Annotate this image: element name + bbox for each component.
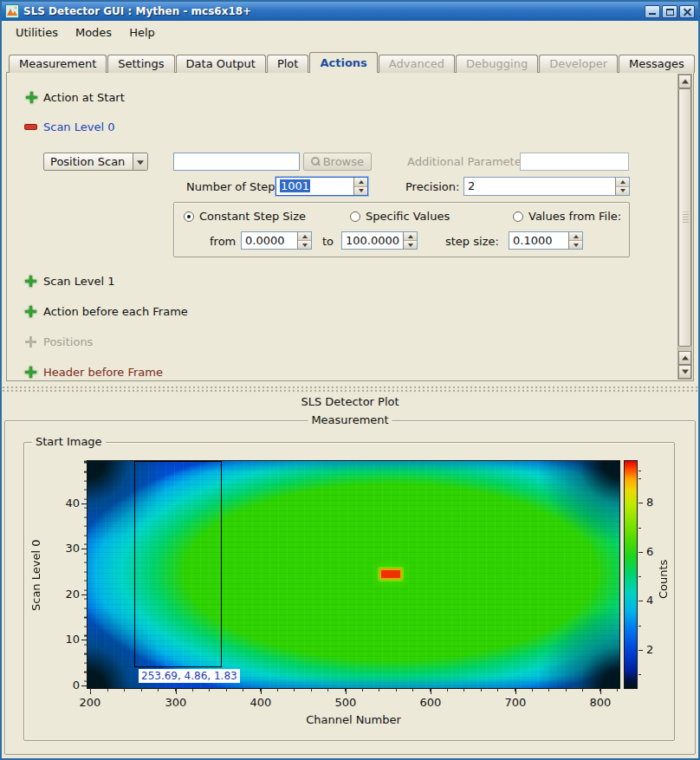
spin-up-icon[interactable] bbox=[354, 178, 367, 186]
menu-help[interactable]: Help bbox=[120, 23, 164, 42]
x-minor-ticks bbox=[87, 689, 620, 692]
heatmap-canvas[interactable]: 253.69, 4.86, 1.83 bbox=[87, 460, 620, 689]
colorbar-tick-label: 2 bbox=[646, 643, 653, 656]
plot-section-title: SLS Detector Plot bbox=[2, 395, 698, 408]
x-tick-label: 600 bbox=[413, 696, 448, 709]
minimize-button[interactable] bbox=[645, 5, 660, 18]
splitter-handle[interactable] bbox=[2, 386, 698, 393]
maximize-button[interactable] bbox=[662, 5, 677, 18]
scroll-up-icon[interactable] bbox=[678, 75, 691, 88]
spin-up-icon[interactable] bbox=[298, 232, 311, 240]
expand-icon-action-at-start[interactable] bbox=[26, 92, 37, 103]
number-of-steps-value[interactable]: 1001 bbox=[276, 178, 353, 195]
expand-icon-action-before-frame[interactable] bbox=[25, 306, 36, 317]
to-label: to bbox=[322, 235, 334, 248]
menu-modes[interactable]: Modes bbox=[67, 23, 120, 42]
tab-data-output[interactable]: Data Output bbox=[176, 55, 266, 73]
x-tick-label: 800 bbox=[583, 696, 618, 709]
spin-down-icon[interactable] bbox=[354, 186, 367, 196]
titlebar[interactable]: SLS Detector GUI : Mythen - mcs6x18+ bbox=[2, 2, 698, 21]
tab-plot[interactable]: Plot bbox=[267, 55, 309, 73]
values-from-file-label: Values from File: bbox=[528, 210, 621, 223]
y-tick-label: 30 bbox=[55, 542, 80, 555]
app-icon bbox=[5, 4, 19, 18]
to-spinbox[interactable]: 100.0000 bbox=[341, 231, 418, 250]
scan-level-0-label[interactable]: Scan Level 0 bbox=[43, 120, 114, 133]
radio-icon[interactable] bbox=[350, 211, 360, 222]
precision-label: Precision: bbox=[405, 180, 459, 193]
tab-debugging: Debugging bbox=[456, 55, 538, 73]
vertical-scrollbar[interactable] bbox=[677, 74, 692, 380]
start-image-groupbox: Start Image Scan Level 0 40 30 20 10 0 bbox=[23, 442, 675, 741]
colorbar-tick-label: 8 bbox=[646, 496, 653, 509]
window-controls bbox=[645, 5, 695, 18]
scan-level-1-label[interactable]: Scan Level 1 bbox=[43, 275, 114, 288]
to-value[interactable]: 100.0000 bbox=[342, 232, 403, 249]
tab-settings[interactable]: Settings bbox=[107, 55, 174, 73]
header-before-frame-label[interactable]: Header before Frame bbox=[43, 366, 163, 379]
menu-utilities[interactable]: Utilities bbox=[7, 23, 67, 42]
from-spinbox[interactable]: 0.0000 bbox=[241, 231, 312, 250]
additional-parameter-input bbox=[520, 153, 629, 171]
heatmap-peak bbox=[381, 570, 400, 578]
expand-icon-scan-level-1[interactable] bbox=[25, 276, 36, 287]
x-tick-label: 500 bbox=[328, 696, 363, 709]
scan-mode-combobox[interactable]: Position Scan bbox=[43, 153, 148, 171]
start-image-group-title: Start Image bbox=[32, 435, 106, 448]
scan-script-input[interactable] bbox=[173, 153, 300, 171]
scroll-up-icon[interactable] bbox=[678, 351, 691, 365]
precision-value[interactable]: 2 bbox=[464, 178, 615, 195]
chevron-down-icon[interactable] bbox=[133, 153, 147, 170]
step-size-value[interactable]: 0.1000 bbox=[509, 232, 568, 249]
maximize-icon bbox=[666, 9, 674, 16]
specific-values-radio[interactable]: Specific Values bbox=[350, 210, 450, 223]
constant-step-size-radio[interactable]: Constant Step Size bbox=[184, 210, 306, 223]
number-of-steps-spinbox[interactable]: 1001 bbox=[275, 177, 368, 196]
spin-down-icon[interactable] bbox=[616, 186, 629, 196]
cursor-position-tooltip: 253.69, 4.86, 1.83 bbox=[139, 669, 240, 683]
positions-label: Positions bbox=[43, 335, 93, 348]
step-size-label: step size: bbox=[445, 235, 499, 248]
scroll-down-icon[interactable] bbox=[678, 365, 691, 379]
tab-messages[interactable]: Messages bbox=[619, 55, 695, 73]
values-from-file-radio[interactable]: Values from File: bbox=[513, 210, 621, 223]
action-before-each-frame-label[interactable]: Action before each Frame bbox=[43, 305, 188, 318]
collapse-icon-scan-level-0[interactable] bbox=[25, 125, 36, 129]
x-tick-label: 700 bbox=[498, 696, 533, 709]
radio-icon[interactable] bbox=[513, 211, 523, 222]
constant-step-size-label: Constant Step Size bbox=[199, 210, 306, 223]
spin-down-icon[interactable] bbox=[569, 240, 582, 249]
colorbar-tick-label: 6 bbox=[646, 545, 653, 558]
measurement-group-title: Measurement bbox=[308, 413, 392, 426]
x-tick-label: 300 bbox=[159, 696, 193, 709]
tab-actions[interactable]: Actions bbox=[309, 52, 377, 73]
spin-up-icon[interactable] bbox=[616, 178, 629, 186]
tab-measurement[interactable]: Measurement bbox=[9, 55, 107, 73]
tab-developer: Developer bbox=[539, 55, 618, 73]
expand-icon-header-before-frame[interactable] bbox=[25, 367, 36, 378]
x-tick-label: 400 bbox=[243, 696, 278, 709]
expand-icon-positions bbox=[25, 336, 36, 348]
spin-buttons bbox=[403, 232, 417, 249]
spin-buttons bbox=[568, 232, 582, 249]
tab-bar: Measurement Settings Data Output Plot Ac… bbox=[9, 52, 696, 73]
action-at-start-label[interactable]: Action at Start bbox=[43, 91, 125, 104]
scrollbar-thumb[interactable] bbox=[678, 88, 691, 347]
from-value[interactable]: 0.0000 bbox=[242, 232, 297, 249]
specific-values-label: Specific Values bbox=[366, 210, 450, 223]
measurement-groupbox: Measurement Start Image Scan Level 0 40 … bbox=[4, 420, 696, 755]
precision-spinbox[interactable]: 2 bbox=[463, 177, 630, 196]
spin-up-icon[interactable] bbox=[569, 232, 582, 240]
y-tick-label: 20 bbox=[55, 588, 80, 601]
spin-down-icon[interactable] bbox=[298, 240, 311, 249]
step-size-spinbox[interactable]: 0.1000 bbox=[509, 231, 583, 250]
x-axis-title: Channel Number bbox=[180, 713, 527, 726]
tab-advanced: Advanced bbox=[379, 55, 455, 73]
zoom-selection-rect[interactable] bbox=[134, 461, 222, 667]
spin-up-icon[interactable] bbox=[404, 232, 417, 240]
browse-button: Browse bbox=[303, 153, 372, 171]
close-button[interactable] bbox=[679, 5, 695, 18]
number-of-steps-label: Number of Steps: bbox=[186, 180, 285, 193]
spin-down-icon[interactable] bbox=[404, 240, 417, 249]
radio-icon[interactable] bbox=[184, 211, 194, 222]
